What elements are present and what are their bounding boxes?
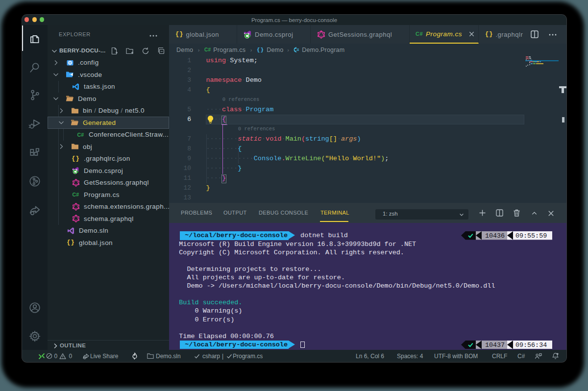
- svg-text:10437: 10437: [485, 342, 505, 349]
- svg-text:09:56:34: 09:56:34: [515, 342, 547, 349]
- svg-text:09:55:59: 09:55:59: [515, 232, 547, 240]
- svg-text:10436: 10436: [485, 232, 505, 240]
